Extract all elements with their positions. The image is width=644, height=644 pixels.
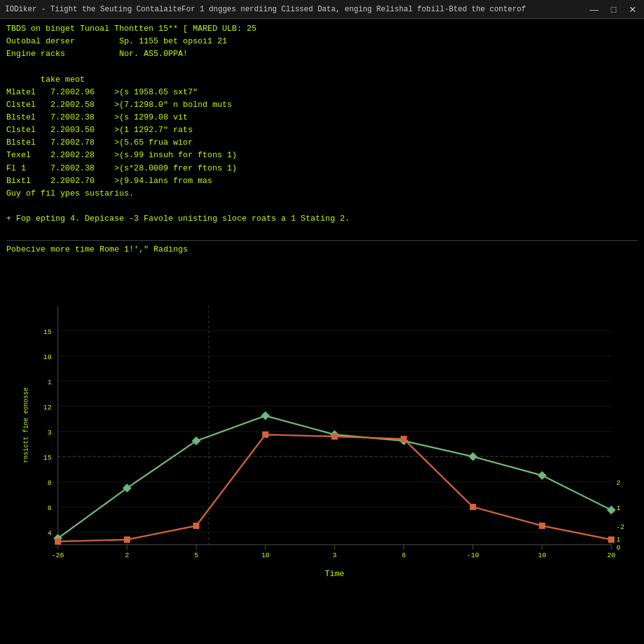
terminal-line-17	[6, 225, 638, 238]
terminal-line-15	[6, 200, 638, 213]
terminal-line-10: Blstel 7.2002.78 >(5.65 frua wior	[6, 136, 638, 149]
y-axis-label: rnsictt fine eonosse	[23, 387, 30, 463]
svg-text:-10: -10	[467, 552, 479, 559]
terminal-area: TBDS on binget Tunoal Thontten 15** [ MA…	[0, 19, 644, 289]
terminal-line-8: Blstel 7.2002.38 >(s 1299.08 vit	[6, 111, 638, 124]
terminal-line-12: Fl 1 7.2002.38 >(s*28.0009 frer ftons 1)	[6, 162, 638, 175]
svg-text:2: 2	[616, 479, 621, 487]
svg-rect-52	[470, 504, 476, 510]
svg-text:2: 2	[125, 552, 130, 559]
window-controls: — □ ✕	[587, 4, 639, 14]
svg-rect-51	[401, 436, 407, 442]
terminal-line-16: + Fop epting 4. Depicase -3 Favole unist…	[6, 213, 638, 225]
svg-rect-46	[55, 538, 61, 545]
svg-text:1: 1	[616, 504, 621, 512]
minimize-button[interactable]: —	[587, 4, 601, 14]
terminal-line-13: Bixtl 2.2002.70 >(9.94.lans from mas	[6, 175, 638, 187]
svg-text:15: 15	[43, 454, 52, 462]
terminal-line-2: Outobal derser Sp. 1155 bet opsoi1 21	[6, 35, 638, 48]
svg-rect-47	[124, 536, 130, 543]
svg-rect-48	[193, 523, 199, 529]
svg-text:8: 8	[47, 504, 52, 512]
svg-rect-53	[539, 523, 545, 529]
title-bar: IODiker - Tiight the Seuting ContalaiteF…	[0, 0, 644, 19]
chart-container: 15 18 1 12 3 15 8 8 4 -26 2 5 10 3 6 -10…	[20, 293, 624, 595]
terminal-line-1: TBDS on binget Tunoal Thontten 15** [ MA…	[6, 23, 638, 35]
svg-text:20: 20	[607, 552, 615, 559]
svg-rect-49	[262, 431, 269, 438]
terminal-line-14: Guy of fil ypes sustarius.	[6, 187, 638, 200]
svg-text:1: 1	[47, 379, 52, 386]
svg-text:6: 6	[402, 552, 406, 559]
svg-text:15: 15	[43, 328, 52, 336]
svg-text:4: 4	[47, 530, 52, 537]
svg-text:5: 5	[194, 552, 199, 559]
terminal-line-11: Texel 2.2002.28 >(s.99 insuh for ftons 1…	[6, 149, 638, 162]
svg-text:10: 10	[538, 552, 546, 559]
svg-text:8: 8	[47, 479, 52, 487]
close-button[interactable]: ✕	[626, 4, 639, 14]
svg-text:1: 1	[616, 536, 621, 543]
terminal-line-7: Clstel 2.2002.58 >(7.1298.0" n bolnd mut…	[6, 99, 638, 111]
svg-text:-2: -2	[616, 523, 624, 531]
svg-text:3: 3	[47, 429, 52, 436]
svg-text:12: 12	[43, 404, 52, 411]
separator	[6, 240, 638, 241]
maximize-button[interactable]: □	[609, 4, 619, 14]
terminal-line-3: Engine racks Nor. AS5.0PPA!	[6, 48, 638, 60]
svg-text:18: 18	[43, 353, 52, 361]
terminal-line-18: Pobecive more time Rome 1!'," Radings	[6, 243, 638, 256]
svg-text:0: 0	[616, 544, 621, 552]
x-axis-label: Time	[325, 569, 344, 579]
terminal-line-6: Mlatel 7.2002.96 >(s 1958.65 sxt7"	[6, 86, 638, 99]
svg-rect-54	[608, 536, 614, 543]
svg-rect-0	[20, 293, 624, 595]
chart-section: 15 18 1 12 3 15 8 8 4 -26 2 5 10 3 6 -10…	[0, 289, 644, 641]
window-title: IODiker - Tiight the Seuting ContalaiteF…	[5, 5, 526, 14]
terminal-line-9: Clstel 2.2003.50 >(1 1292.7" rats	[6, 124, 638, 136]
svg-text:10: 10	[261, 552, 269, 559]
svg-text:3: 3	[333, 552, 337, 559]
svg-rect-50	[331, 433, 338, 440]
svg-text:-26: -26	[52, 552, 64, 559]
chart-svg: 15 18 1 12 3 15 8 8 4 -26 2 5 10 3 6 -10…	[20, 293, 624, 595]
terminal-line-4	[6, 60, 638, 73]
terminal-line-5: take meot	[6, 74, 638, 86]
